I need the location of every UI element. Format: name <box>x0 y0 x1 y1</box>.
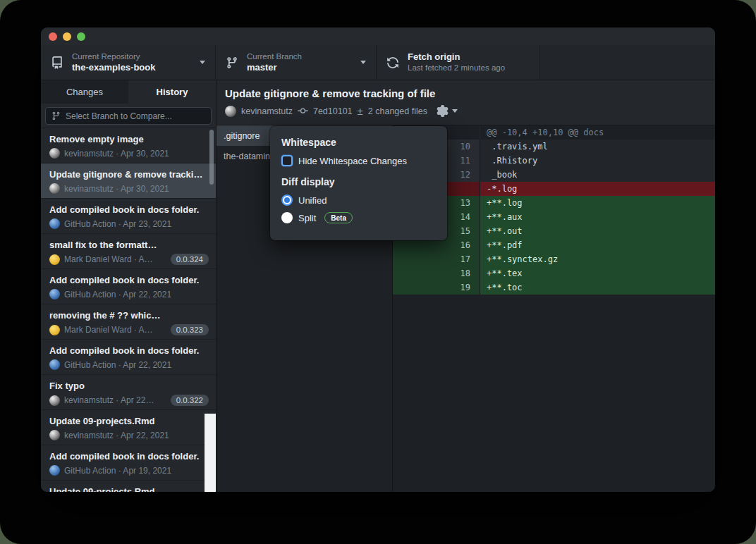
avatar <box>49 218 60 229</box>
diff-line: 16 +**.pdf <box>393 238 715 252</box>
tab-history[interactable]: History <box>128 80 216 104</box>
diff-line-text: _book <box>480 168 715 182</box>
diff-options-button[interactable] <box>437 105 458 117</box>
git-branch-icon <box>51 111 61 120</box>
diff-display-heading: Diff display <box>281 176 436 187</box>
commit-list-item[interactable]: Update 09-projects.Rmd <box>41 481 216 493</box>
commit-list-item[interactable]: Fix typo kevinamstutz · Apr 22… 0.0.322 <box>41 375 216 410</box>
avatar <box>49 183 60 194</box>
current-branch-value: master <box>247 62 355 73</box>
scrollbar-thumb[interactable] <box>209 130 214 185</box>
commit-item-title: Add compiled book in docs folder. <box>49 275 209 285</box>
diff-line: 19 +**.toc <box>393 280 715 295</box>
compare-placeholder: Select Branch to Compare... <box>66 111 172 121</box>
commit-item-meta: GitHub Action · Apr 19, 2021 <box>64 466 209 476</box>
unified-option[interactable]: Unified <box>281 194 436 206</box>
plus-minus-icon: ± <box>358 106 363 116</box>
commit-list-item[interactable]: Update gitignore & remove tracki… kevina… <box>41 163 216 199</box>
split-label: Split <box>298 213 316 223</box>
changed-files-count: 2 changed files <box>368 106 427 116</box>
hide-whitespace-checkbox[interactable] <box>281 155 293 166</box>
select-branch-to-compare-input[interactable]: Select Branch to Compare... <box>45 107 212 125</box>
current-branch-label: Current Branch <box>247 51 355 61</box>
commit-list-item[interactable]: Add compiled book in docs folder. GitHub… <box>41 445 216 481</box>
unified-label: Unified <box>298 195 327 206</box>
version-badge: 0.0.322 <box>171 395 209 406</box>
commit-item-meta: kevinamstutz · Apr 22, 2021 <box>64 431 209 440</box>
split-radio[interactable] <box>281 212 293 223</box>
current-repository-label: Current Repository <box>72 51 194 61</box>
avatar <box>49 430 60 440</box>
sidebar-tabs: Changes History <box>41 80 216 104</box>
commit-item-title: Fix typo <box>49 381 209 391</box>
commit-list-item[interactable]: Add compiled book in docs folder. GitHub… <box>41 199 216 234</box>
commit-item-title: Update 09-projects.Rmd <box>49 416 209 426</box>
sync-icon <box>386 56 399 69</box>
commit-item-meta: kevinamstutz · Apr 30, 2021 <box>64 149 209 159</box>
chevron-down-icon <box>200 61 205 64</box>
commit-list-item[interactable]: small fix to the formatt… Mark Daniel Wa… <box>41 234 216 269</box>
commit-sha: 7ed10101 <box>313 106 353 116</box>
toolbar-spacer <box>540 45 715 80</box>
repo-icon <box>51 56 63 69</box>
version-badge: 0.0.323 <box>171 324 209 335</box>
close-window-button[interactable] <box>49 32 57 41</box>
fetch-origin-label: Fetch origin <box>408 51 530 63</box>
avatar <box>225 106 236 117</box>
unified-radio[interactable] <box>281 194 293 206</box>
beta-badge: Beta <box>324 212 353 223</box>
commit-item-meta: GitHub Action · Apr 22, 2021 <box>64 360 209 370</box>
diff-line-number: 16 <box>393 238 480 252</box>
commit-icon <box>298 106 308 116</box>
chevron-down-icon <box>360 61 366 64</box>
app-window: Current Repository the-examples-book Cur… <box>40 27 716 493</box>
current-branch-button[interactable]: Current Branch master <box>216 45 377 80</box>
compare-filter-bar: Select Branch to Compare... <box>41 104 216 128</box>
split-option[interactable]: Split Beta <box>281 212 436 223</box>
commit-list: Remove empty image kevinamstutz · Apr 30… <box>41 128 216 493</box>
commit-list-item[interactable]: Add compiled book in docs folder. GitHub… <box>41 269 216 304</box>
fetch-origin-sublabel: Last fetched 2 minutes ago <box>408 63 530 73</box>
whitespace-heading: Whitespace <box>281 137 436 148</box>
diff-options-popover: Whitespace Hide Whitespace Changes Diff … <box>270 126 447 240</box>
chevron-down-icon <box>452 109 458 113</box>
avatar <box>49 359 60 370</box>
commit-item-title: small fix to the formatt… <box>49 240 209 250</box>
commit-list-item[interactable]: Add compiled book in docs folder. GitHub… <box>41 340 216 375</box>
commit-item-title: Update 09-projects.Rmd <box>49 486 209 493</box>
diff-line-text: +**.synctex.gz <box>480 252 715 266</box>
tab-changes[interactable]: Changes <box>41 80 128 104</box>
diff-line-text: .Rhistory <box>480 154 715 168</box>
current-repository-button[interactable]: Current Repository the-examples-book <box>41 45 216 80</box>
diff-line-text: .travis.yml <box>480 140 715 154</box>
hide-whitespace-label: Hide Whitespace Changes <box>298 156 407 166</box>
title-bar <box>41 27 715 45</box>
gear-icon <box>437 105 449 117</box>
commit-item-title: Remove empty image <box>49 134 209 144</box>
avatar <box>49 254 60 265</box>
current-repository-value: the-examples-book <box>72 62 194 73</box>
zoom-window-button[interactable] <box>77 32 85 41</box>
diff-line-text: +**.toc <box>480 280 715 295</box>
diff-line-text: +**.tex <box>480 266 715 280</box>
commit-item-meta: Mark Daniel Ward · A… <box>64 325 166 335</box>
hide-whitespace-option[interactable]: Hide Whitespace Changes <box>281 155 436 166</box>
commit-list-item[interactable]: Update 09-projects.Rmd kevinamstutz · Ap… <box>41 410 216 445</box>
commit-item-title: Update gitignore & remove tracki… <box>49 169 209 180</box>
commit-title: Update gitignore & remove tracking of fi… <box>225 87 705 99</box>
commit-list-item[interactable]: removing the # ?? whic… Mark Daniel Ward… <box>41 304 216 340</box>
commit-list-item[interactable]: Remove empty image kevinamstutz · Apr 30… <box>41 128 216 163</box>
avatar <box>49 465 60 476</box>
version-badge: 0.0.324 <box>171 254 209 265</box>
fetch-origin-button[interactable]: Fetch origin Last fetched 2 minutes ago <box>377 45 540 80</box>
diff-line-number: 18 <box>393 266 480 280</box>
diff-line-text: +**.out <box>480 224 715 238</box>
sidebar: Changes History Select Branch to Compare… <box>41 80 217 493</box>
commit-item-meta: GitHub Action · Apr 23, 2021 <box>64 219 209 229</box>
commit-item-meta: GitHub Action · Apr 22, 2021 <box>64 290 209 299</box>
avatar <box>49 325 60 335</box>
commit-item-title: Add compiled book in docs folder. <box>49 345 209 356</box>
minimize-window-button[interactable] <box>63 32 71 41</box>
avatar <box>49 148 60 159</box>
scrollbar-track[interactable] <box>205 414 216 493</box>
